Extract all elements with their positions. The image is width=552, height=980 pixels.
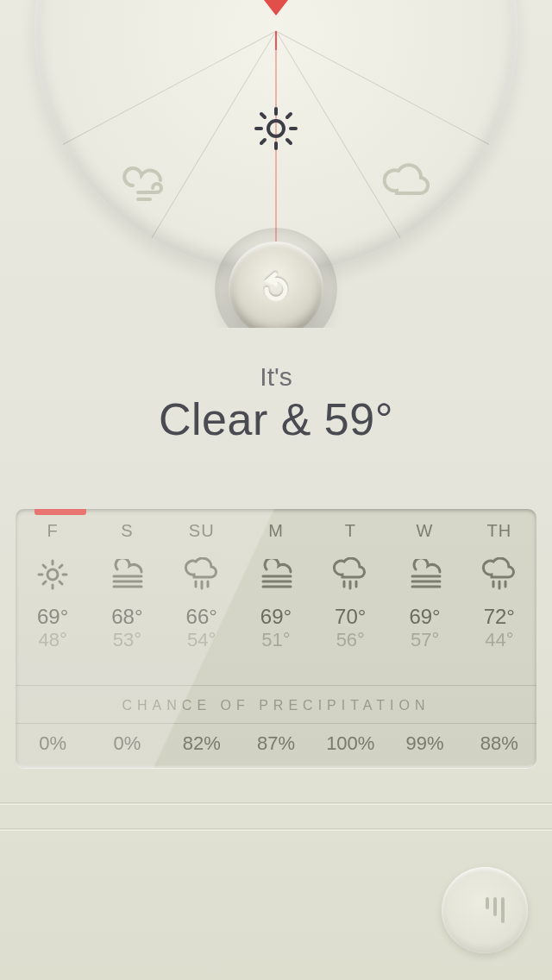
- high-temp: 72°: [462, 605, 536, 629]
- forecast-day[interactable]: T 70° 56°: [313, 521, 387, 651]
- rain-icon: [165, 553, 239, 596]
- svg-point-9: [47, 569, 58, 580]
- low-temp: 54°: [165, 629, 239, 651]
- high-temp: 70°: [313, 605, 387, 629]
- high-temp: 68°: [90, 605, 164, 629]
- rain-icon: [313, 553, 387, 596]
- cloud-icon: [381, 160, 431, 203]
- refresh-button[interactable]: [229, 242, 323, 328]
- svg-line-5: [261, 114, 265, 117]
- day-label: TH: [462, 521, 536, 541]
- precip-row: 0% 0% 82% 87% 100% 99% 88%: [16, 723, 536, 755]
- high-temp: 69°: [387, 605, 461, 629]
- forecast-row: F 69° 48° S 68° 53: [16, 521, 536, 651]
- svg-line-15: [60, 581, 62, 584]
- precip-value: 82%: [165, 732, 239, 755]
- svg-line-6: [287, 140, 291, 143]
- high-temp: 69°: [239, 605, 313, 629]
- low-temp: 48°: [16, 629, 90, 651]
- current-conditions: It's Clear & 59°: [0, 362, 552, 445]
- sun-icon: [16, 553, 90, 596]
- precip-value: 87%: [239, 732, 313, 755]
- forecast-day[interactable]: M 69° 51°: [239, 521, 313, 651]
- rain-icon: [462, 553, 536, 596]
- forecast-day[interactable]: W 69° 57°: [387, 521, 461, 651]
- fog-icon: [387, 553, 461, 596]
- fog-icon: [239, 553, 313, 596]
- fog-icon: [90, 553, 164, 596]
- precip-header: CHANCE OF PRECIPITATION: [16, 685, 536, 713]
- svg-point-0: [268, 121, 284, 136]
- low-temp: 57°: [387, 629, 461, 651]
- low-temp: 44°: [462, 629, 536, 651]
- day-label: F: [16, 521, 90, 541]
- forecast-day[interactable]: TH 72° 44°: [462, 521, 536, 651]
- divider: [0, 802, 552, 805]
- dial-marker-icon: [264, 0, 288, 16]
- low-temp: 53°: [90, 629, 164, 651]
- svg-line-17: [60, 565, 62, 568]
- forecast-panel[interactable]: F 69° 48° S 68° 53: [16, 509, 536, 768]
- refresh-icon: [256, 269, 296, 309]
- svg-line-16: [43, 581, 46, 584]
- high-temp: 66°: [165, 605, 239, 629]
- forecast-day[interactable]: F 69° 48°: [16, 521, 90, 651]
- forecast-day[interactable]: SU 66° 54°: [165, 521, 239, 651]
- precip-value: 0%: [16, 732, 90, 755]
- svg-line-7: [261, 140, 265, 143]
- day-label: W: [387, 521, 461, 541]
- sun-icon: [251, 104, 301, 157]
- day-label: SU: [165, 521, 239, 541]
- menu-button[interactable]: [442, 867, 528, 953]
- svg-line-8: [287, 114, 291, 117]
- low-temp: 51°: [239, 629, 313, 651]
- weather-dial[interactable]: [0, 0, 552, 328]
- precip-value: 100%: [313, 732, 387, 755]
- day-label: T: [313, 521, 387, 541]
- precip-value: 88%: [462, 732, 536, 755]
- headline-condition: Clear & 59°: [0, 393, 552, 445]
- today-marker: [34, 509, 86, 515]
- precip-value: 0%: [90, 732, 164, 755]
- day-label: S: [90, 521, 164, 541]
- svg-line-14: [43, 565, 46, 568]
- wind-cloud-icon: [121, 160, 172, 204]
- day-label: M: [239, 521, 313, 541]
- bars-icon: [486, 897, 505, 923]
- divider: [0, 828, 552, 831]
- headline-prefix: It's: [0, 362, 552, 392]
- forecast-day[interactable]: S 68° 53°: [90, 521, 164, 651]
- low-temp: 56°: [313, 629, 387, 651]
- high-temp: 69°: [16, 605, 90, 629]
- precip-value: 99%: [387, 732, 461, 755]
